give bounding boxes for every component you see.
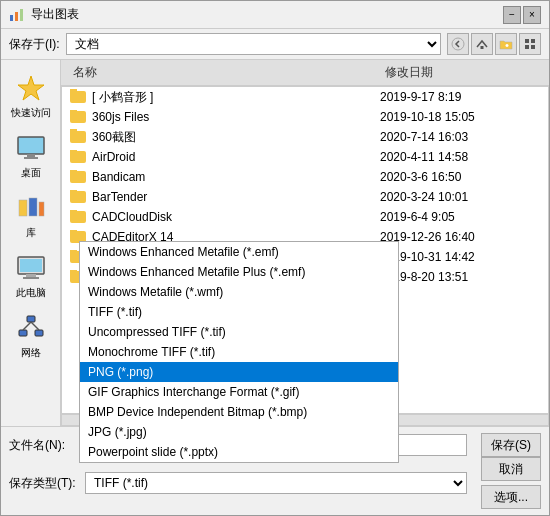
list-item[interactable]: Monochrome TIFF (*.tif)	[80, 342, 398, 362]
view-button[interactable]	[519, 33, 541, 55]
file-date: 2019-9-17 8:19	[380, 90, 461, 104]
file-name-cell: CADCloudDisk	[70, 210, 380, 224]
svg-rect-8	[531, 45, 535, 49]
list-item[interactable]: Windows Metafile (*.wmf)	[80, 282, 398, 302]
file-modified-cell: 2020-7-14 16:03	[380, 130, 540, 144]
sidebar-item-desktop[interactable]: 桌面	[5, 128, 57, 184]
svg-rect-19	[23, 277, 39, 279]
title-bar: 导出图表 − ×	[1, 1, 549, 29]
file-name-cell: 360截图	[70, 129, 380, 146]
close-button[interactable]: ×	[523, 6, 541, 24]
svg-rect-13	[19, 200, 27, 216]
list-item[interactable]: GIF Graphics Interchange Format (*.gif)	[80, 382, 398, 402]
cancel-button[interactable]: 取消	[481, 457, 541, 481]
view-icon	[523, 37, 537, 51]
computer-icon	[15, 252, 47, 284]
file-modified-cell: 2019-9-17 8:19	[380, 90, 540, 104]
svg-rect-10	[18, 137, 44, 154]
file-date: 2019-6-4 9:05	[380, 210, 455, 224]
file-modified-cell: 2020-3-6 16:50	[380, 170, 540, 184]
filetype-dropdown[interactable]: Windows Enhanced Metafile (*.emf)Windows…	[79, 241, 399, 463]
table-row[interactable]: CADCloudDisk 2019-6-4 9:05	[62, 207, 548, 227]
list-item[interactable]: TIFF (*.tif)	[80, 302, 398, 322]
file-name: BarTender	[92, 190, 147, 204]
new-folder-button[interactable]	[495, 33, 517, 55]
filetype-label: 保存类型(T):	[9, 475, 79, 492]
dialog-window: 导出图表 − × 保存于(I): 文档	[0, 0, 550, 516]
list-item[interactable]: JPG (*.jpg)	[80, 422, 398, 442]
filetype-row: 保存类型(T): TIFF (*.tif) 取消 选项...	[9, 457, 541, 509]
filetype-select[interactable]: TIFF (*.tif)	[85, 472, 467, 494]
sidebar-item-library-label: 库	[26, 226, 36, 240]
folder-icon	[70, 131, 86, 143]
list-item[interactable]: Uncompressed TIFF (*.tif)	[80, 322, 398, 342]
quickaccess-icon	[15, 72, 47, 104]
svg-line-24	[31, 322, 39, 330]
list-item[interactable]: BMP Device Independent Bitmap (*.bmp)	[80, 402, 398, 422]
svg-rect-2	[20, 9, 23, 21]
file-name: [ 小鹤音形 ]	[92, 89, 153, 106]
file-modified-cell: 2019-8-20 13:51	[380, 270, 540, 284]
svg-rect-4	[481, 46, 484, 49]
bottom-section: Windows Enhanced Metafile (*.emf)Windows…	[1, 426, 549, 515]
file-name: 360js Files	[92, 110, 149, 124]
file-modified-cell: 2019-12-26 16:40	[380, 230, 540, 244]
file-name-cell: AirDroid	[70, 150, 380, 164]
sidebar: 快速访问 桌面	[1, 60, 61, 426]
table-row[interactable]: Bandicam 2020-3-6 16:50	[62, 167, 548, 187]
table-row[interactable]: AirDroid 2020-4-11 14:58	[62, 147, 548, 167]
folder-icon	[70, 211, 86, 223]
nav-up-button[interactable]	[471, 33, 493, 55]
svg-rect-0	[10, 15, 13, 21]
file-name-cell: BarTender	[70, 190, 380, 204]
new-folder-icon	[499, 37, 513, 51]
minimize-button[interactable]: −	[503, 6, 521, 24]
window-title: 导出图表	[31, 6, 79, 23]
file-date: 2020-7-14 16:03	[380, 130, 468, 144]
svg-rect-5	[525, 39, 529, 43]
file-date: 2020-3-6 16:50	[380, 170, 461, 184]
back-arrow-icon	[451, 37, 465, 51]
table-row[interactable]: 360js Files 2019-10-18 15:05	[62, 107, 548, 127]
nav-back-button[interactable]	[447, 33, 469, 55]
save-button[interactable]: 保存(S)	[481, 433, 541, 457]
folder-icon	[70, 191, 86, 203]
list-item[interactable]: Windows Enhanced Metafile (*.emf)	[80, 242, 398, 262]
svg-rect-14	[29, 198, 37, 216]
file-modified-cell: 2019-10-18 15:05	[380, 110, 540, 124]
file-name: AirDroid	[92, 150, 135, 164]
sidebar-item-quickaccess-label: 快速访问	[11, 106, 51, 120]
svg-rect-20	[27, 316, 35, 322]
location-toolbar: 保存于(I): 文档	[1, 29, 549, 60]
library-icon	[15, 192, 47, 224]
sidebar-item-quickaccess[interactable]: 快速访问	[5, 68, 57, 124]
svg-rect-6	[531, 39, 535, 43]
svg-rect-22	[35, 330, 43, 336]
sidebar-item-network[interactable]: 网络	[5, 308, 57, 364]
table-row[interactable]: [ 小鹤音形 ] 2019-9-17 8:19	[62, 87, 548, 107]
sidebar-item-computer[interactable]: 此电脑	[5, 248, 57, 304]
options-button[interactable]: 选项...	[481, 485, 541, 509]
file-name: CADCloudDisk	[92, 210, 172, 224]
chart-icon	[9, 7, 25, 23]
list-item[interactable]: Powerpoint slide (*.pptx)	[80, 442, 398, 462]
sidebar-item-library[interactable]: 库	[5, 188, 57, 244]
file-name-cell: 360js Files	[70, 110, 380, 124]
file-date: 2020-3-24 10:01	[380, 190, 468, 204]
table-row[interactable]: 360截图 2020-7-14 16:03	[62, 127, 548, 147]
file-name: 360截图	[92, 129, 136, 146]
sidebar-item-network-label: 网络	[21, 346, 41, 360]
list-item[interactable]: PNG (*.png)	[80, 362, 398, 382]
title-bar-left: 导出图表	[9, 6, 79, 23]
toolbar-nav-buttons	[447, 33, 541, 55]
list-item[interactable]: Windows Enhanced Metafile Plus (*.emf)	[80, 262, 398, 282]
file-date: 2019-10-18 15:05	[380, 110, 475, 124]
sidebar-item-desktop-label: 桌面	[21, 166, 41, 180]
action-buttons: 保存(S)	[481, 433, 541, 457]
sidebar-item-computer-label: 此电脑	[16, 286, 46, 300]
table-row[interactable]: BarTender 2020-3-24 10:01	[62, 187, 548, 207]
location-select[interactable]: 文档	[66, 33, 441, 55]
desktop-icon	[15, 132, 47, 164]
svg-rect-17	[20, 259, 42, 272]
svg-rect-1	[15, 12, 18, 21]
